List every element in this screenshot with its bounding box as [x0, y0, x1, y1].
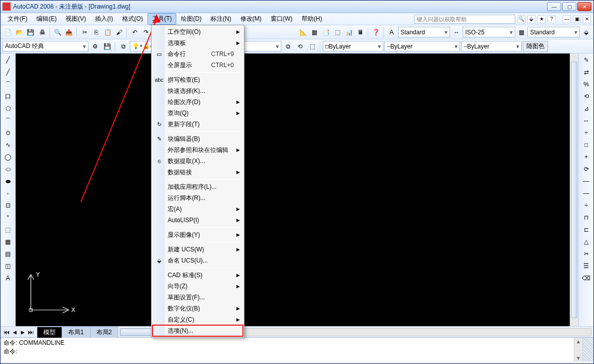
layer-props-button[interactable]: ⧉ [118, 41, 129, 52]
lineweight-dropdown[interactable]: — ByLayer▾ [461, 41, 522, 51]
menu-文件(F)[interactable]: 文件(F) [3, 13, 32, 25]
draw-tool-0[interactable]: ╱ [3, 55, 14, 66]
modify-tool-10[interactable]: — [581, 176, 592, 187]
modify-tool-13[interactable]: ⊓ [581, 212, 592, 223]
draw-tool-17[interactable]: ◫ [3, 261, 14, 272]
menu-item-命名 UCS(U)...[interactable]: ⬙命名 UCS(U)... [153, 255, 243, 266]
menu-item-向导(Z)[interactable]: 向导(Z)▶ [153, 281, 243, 292]
tab-布局1[interactable]: 布局1 [62, 327, 90, 338]
menu-item-新建 UCS(W)[interactable]: 新建 UCS(W)▶ [153, 244, 243, 255]
layer-match-button[interactable]: ⬚ [307, 41, 318, 52]
favorites-icon[interactable]: ★ [537, 15, 546, 23]
redo-button[interactable]: ↷ [141, 27, 152, 38]
layer-prev-button[interactable]: ⟲ [294, 41, 306, 52]
tool-palette-button[interactable]: ▦ [310, 27, 320, 38]
menu-item-数字化仪(B)[interactable]: 数字化仪(B)▶ [153, 303, 243, 314]
menu-绘图(D)[interactable]: 绘图(D) [176, 13, 206, 25]
menu-标注(N)[interactable]: 标注(N) [206, 13, 236, 25]
menu-item-工作空间(O)[interactable]: 工作空间(O)▶ [153, 26, 243, 37]
undo-button[interactable]: ↶ [129, 27, 140, 38]
tab-布局2[interactable]: 布局2 [90, 327, 119, 338]
draw-tool-13[interactable]: ° [3, 212, 14, 223]
comm-center-icon[interactable]: ⬙ [527, 15, 535, 23]
save-button[interactable]: 💾 [25, 27, 36, 38]
calc-button[interactable]: 📊 [344, 27, 355, 38]
dimstyle-dropdown[interactable]: ISO-25▾ [463, 27, 515, 37]
doc-minimize-button[interactable]: — [563, 15, 571, 23]
help-input[interactable] [414, 15, 515, 24]
cmd-scrollbar[interactable]: ▴▾ [574, 338, 582, 361]
modify-tool-15[interactable]: △ [581, 236, 592, 247]
menu-编辑(E)[interactable]: 编辑(E) [32, 13, 61, 25]
dimstyle-icon[interactable]: ↔ [451, 27, 462, 38]
tablestyle-icon[interactable]: ▦ [516, 27, 527, 38]
new-button[interactable]: 📄 [3, 27, 13, 38]
modify-tool-6[interactable]: ÷ [581, 127, 592, 138]
drawing-canvas[interactable]: Y X [16, 54, 578, 326]
tab-nav[interactable]: ⏮◀▶⏭ [3, 329, 35, 336]
draw-tool-1[interactable]: ╱ [3, 67, 14, 78]
draw-tool-5[interactable]: ⌒ [3, 115, 14, 126]
sheet-set-button[interactable]: 📑 [321, 27, 331, 38]
minimize-button[interactable]: — [547, 2, 561, 11]
draw-tool-4[interactable]: ⬠ [3, 103, 14, 114]
draw-tool-15[interactable]: ▦ [3, 236, 14, 247]
print-button[interactable]: 🖶 [37, 27, 47, 38]
menu-item-块编辑器(B)[interactable]: ✎块编辑器(B) [153, 133, 243, 144]
mleaderstyle-button[interactable]: ⬙ [581, 27, 591, 38]
draw-tool-10[interactable]: ⬬ [3, 176, 14, 187]
doc-close-button[interactable]: ✕ [583, 15, 591, 23]
menu-item-CAD 标准(S)[interactable]: CAD 标准(S)▶ [153, 270, 243, 281]
modify-tool-9[interactable]: ⟳ [581, 164, 592, 175]
dcenter-button[interactable]: 📐 [298, 27, 309, 38]
command-text[interactable]: 命令: COMMANDLINE 命令: [1, 338, 574, 361]
menu-item-全屏显示[interactable]: 全屏显示CTRL+0 [153, 60, 243, 71]
menu-item-草图设置(F)...[interactable]: 草图设置(F)... [153, 292, 243, 303]
draw-tool-16[interactable]: ▤ [3, 248, 14, 259]
bycolor-button[interactable]: 随图色 [523, 41, 548, 52]
draw-tool-9[interactable]: ⬭ [3, 164, 14, 175]
menu-item-数据链接[interactable]: 数据链接▶ [153, 167, 243, 178]
textstyle-icon[interactable]: A [386, 27, 397, 38]
menu-item-宏(A)[interactable]: 宏(A)▶ [153, 203, 243, 215]
copy-button[interactable]: ⎘ [91, 27, 102, 38]
modify-tool-11[interactable]: — [581, 188, 592, 199]
draw-tool-18[interactable]: A [3, 273, 14, 284]
workspace-settings-button[interactable]: ⚙ [89, 41, 101, 52]
menu-视图(V)[interactable]: 视图(V) [61, 13, 90, 25]
tab-模型[interactable]: 模型 [37, 327, 62, 338]
paste-button[interactable]: 📋 [103, 27, 113, 38]
modify-tool-1[interactable]: ⇄ [581, 67, 592, 78]
draw-tool-3[interactable]: 口 [3, 91, 14, 102]
draw-tool-6[interactable]: ⊙ [3, 127, 14, 138]
plot-preview-button[interactable]: 🔍 [53, 27, 63, 38]
modify-tool-3[interactable]: ⟲ [581, 91, 592, 102]
modify-tool-5[interactable]: ↔ [581, 115, 592, 126]
menu-item-命令行[interactable]: ▭命令行CTRL+9 [153, 48, 243, 60]
open-button[interactable]: 📂 [14, 27, 25, 38]
textstyle-dropdown[interactable]: Standard▾ [398, 27, 451, 37]
modify-tool-12[interactable]: ÷ [581, 200, 592, 211]
linetype-dropdown[interactable]: — ByLayer▾ [384, 41, 460, 51]
draw-tool-7[interactable]: ∿ [3, 139, 14, 150]
tablestyle-dropdown[interactable]: Standard▾ [527, 27, 580, 37]
menu-item-外部参照和块在位编辑[interactable]: 外部参照和块在位编辑▶ [153, 144, 243, 155]
close-button[interactable]: ✕ [577, 2, 591, 11]
draw-tool-14[interactable]: ⬚ [3, 224, 14, 235]
modify-tool-16[interactable]: ✂ [581, 248, 592, 259]
help-button[interactable]: ❓ [371, 27, 381, 38]
doc-restore-button[interactable]: ▣ [573, 15, 581, 23]
menu-item-选项板[interactable]: 选项板▶ [153, 37, 243, 48]
layer-iso-button[interactable]: ⧉ [282, 41, 293, 52]
workspace-save-button[interactable]: 💾 [102, 41, 113, 52]
cut-button[interactable]: ✂ [79, 27, 90, 38]
maximize-button[interactable]: ▢ [562, 2, 576, 11]
match-button[interactable]: 🖌 [114, 27, 124, 38]
modify-tool-4[interactable]: ⊿ [581, 103, 592, 114]
menu-item-拼写检查(E)[interactable]: abc拼写检查(E) [153, 74, 243, 85]
menu-修改(M)[interactable]: 修改(M) [236, 13, 266, 25]
menu-item-运行脚本(R)...[interactable]: 运行脚本(R)... [153, 192, 243, 203]
menu-item-快速选择(K)...[interactable]: 快速选择(K)... [153, 85, 243, 96]
vertical-scrollbar[interactable] [570, 54, 578, 326]
menu-item-AutoLISP(I)[interactable]: AutoLISP(I)▶ [153, 215, 243, 226]
